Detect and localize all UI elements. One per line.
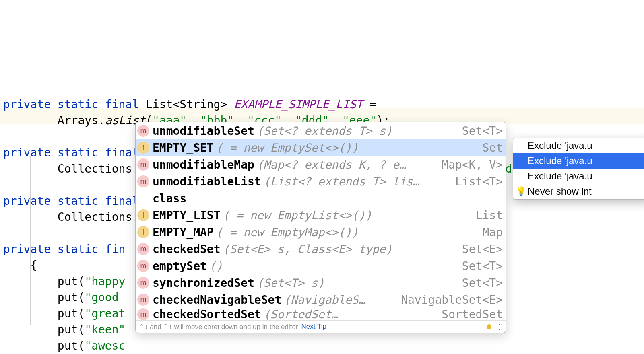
method-icon: m — [137, 125, 149, 137]
completion-item-return-type: Set<T> — [462, 124, 503, 138]
completion-item[interactable]: munmodifiableSet (Set<? extends T> s)Set… — [136, 122, 506, 139]
completion-footer-hint: ⌃↓ and ⌃↑ will move caret down and up in… — [139, 323, 298, 331]
completion-item[interactable]: msynchronizedSet (Set<T> s)Set<T> — [136, 274, 506, 291]
code-type: List<String> — [139, 98, 234, 111]
method-icon: m — [137, 175, 149, 187]
completion-item-return-type: Set<E> — [462, 243, 503, 256]
field-icon: f — [137, 226, 149, 238]
intention-menu-label: Exclude 'java.u — [528, 171, 592, 182]
completion-item[interactable]: fEMPTY_SET ( = new EmptySet<>())Set — [136, 139, 506, 156]
code-text: Arrays. — [3, 114, 105, 127]
completion-item-name: EMPTY_LIST — [153, 209, 221, 222]
intention-submenu[interactable]: Exclude 'java.uExclude 'java.uExclude 'j… — [513, 138, 644, 200]
completion-item-name: class — [153, 192, 186, 205]
completion-item-detail: ( = new EmptyList<>()) — [223, 209, 372, 222]
lightbulb-icon: 💡 — [516, 186, 526, 197]
code-keyword: private static final — [3, 194, 139, 208]
code-text: Collections. — [3, 210, 139, 224]
next-tip-link[interactable]: Next Tip — [301, 323, 326, 331]
completion-item-name: emptySet — [153, 259, 207, 273]
completion-item[interactable]: memptySet ()Set<T> — [136, 257, 506, 274]
completion-item-detail: ( = new EmptySet<>()) — [216, 141, 359, 154]
completion-item-return-type: Map — [482, 226, 503, 239]
completion-item-detail: () — [209, 259, 223, 273]
code-keyword: private static final — [3, 98, 139, 111]
code-punct: = — [363, 98, 376, 111]
more-options-icon[interactable]: ⋮ — [495, 322, 503, 331]
completion-item-return-type: SortedSet — [442, 308, 503, 320]
method-icon: m — [137, 243, 149, 255]
completion-item-return-type: List<T> — [455, 175, 503, 188]
completion-item-detail: (List<? extends T> lis… — [264, 175, 420, 188]
completion-item-name: synchronizedSet — [153, 276, 254, 290]
code-line: put( — [3, 323, 85, 336]
method-icon: m — [137, 277, 149, 289]
code-completion-popup[interactable]: munmodifiableSet (Set<? extends T> s)Set… — [135, 122, 506, 333]
method-icon: m — [137, 158, 149, 171]
completion-item-detail: (Set<E> s, Class<E> type) — [223, 243, 392, 256]
intention-menu-item[interactable]: Exclude 'java.u — [513, 138, 644, 153]
code-line: put( — [3, 339, 85, 352]
method-icon: m — [137, 260, 149, 272]
code-keyword: private static final — [3, 146, 139, 159]
method-icon: m — [137, 294, 149, 306]
code-string: "happy — [85, 275, 125, 288]
completion-item-return-type: NavigableSet<E> — [401, 293, 503, 307]
code-string: "keen" — [85, 323, 125, 336]
code-text: Collections. — [3, 162, 139, 175]
completion-item-name: unmodifiableSet — [153, 124, 254, 138]
completion-item-detail: (SortedSet… — [264, 308, 338, 320]
intention-menu-label: Exclude 'java.u — [528, 155, 592, 167]
intention-menu-item[interactable]: Exclude 'java.u — [513, 169, 644, 184]
completion-item-return-type: List — [476, 209, 503, 222]
intention-menu-label: Exclude 'java.u — [528, 140, 592, 151]
method-icon: m — [137, 308, 149, 320]
completion-item-return-type: Set<T> — [462, 259, 503, 273]
field-icon: f — [137, 209, 149, 221]
completion-item-return-type: Set<T> — [462, 276, 503, 290]
completion-item-detail: (NavigableS… — [284, 293, 365, 307]
completion-item-name: unmodifiableList — [153, 175, 261, 188]
completion-item-detail: (Set<? extends T> s) — [257, 124, 392, 138]
completion-item[interactable]: mcheckedSet (Set<E> s, Class<E> type)Set… — [136, 241, 506, 257]
completion-item[interactable]: mcheckedNavigableSet (NavigableS…Navigab… — [136, 291, 506, 308]
completion-item-name: checkedSortedSet — [153, 308, 261, 320]
completion-item[interactable]: fEMPTY_LIST ( = new EmptyList<>())List — [136, 207, 506, 224]
code-string: "good — [85, 291, 118, 304]
completion-item[interactable]: class — [136, 190, 506, 207]
completion-item-return-type: Map<K, V> — [442, 158, 503, 171]
completion-item[interactable]: fEMPTY_MAP ( = new EmptyMap<>())Map — [136, 224, 506, 241]
completion-item[interactable]: munmodifiableMap (Map<? extends K, ? e…M… — [136, 156, 506, 173]
completion-footer: ⌃↓ and ⌃↑ will move caret down and up in… — [136, 320, 506, 333]
code-punct: { — [3, 259, 37, 272]
status-dot-icon — [487, 324, 491, 329]
code-line: put( — [3, 291, 85, 304]
completion-item-detail: ( = new EmptyMap<>()) — [216, 226, 359, 239]
completion-item-name: unmodifiableMap — [153, 158, 254, 171]
code-string: "great — [85, 307, 125, 320]
intention-menu-item[interactable]: Exclude 'java.u — [513, 153, 644, 169]
completion-item[interactable]: munmodifiableList (List<? extends T> lis… — [136, 173, 506, 190]
completion-item-name: EMPTY_SET — [153, 141, 214, 154]
code-string: "awesc — [85, 339, 125, 352]
intention-menu-label: Never show int — [528, 186, 592, 197]
code-line: put( — [3, 275, 85, 288]
completion-item-name: checkedSet — [153, 243, 221, 256]
field-icon: f — [137, 142, 149, 154]
completion-item-detail: (Map<? extends K, ? e… — [257, 158, 406, 171]
completion-item-detail: (Set<T> s) — [257, 276, 325, 290]
code-keyword: private static fin — [3, 243, 125, 256]
completion-item-name: EMPTY_MAP — [153, 226, 214, 239]
completion-item-return-type: Set — [482, 141, 503, 154]
completion-item-name: checkedNavigableSet — [153, 293, 281, 307]
code-constant: EXAMPLE_SIMPLE_LIST — [234, 98, 363, 111]
intention-menu-item[interactable]: 💡Never show int — [513, 184, 644, 199]
completion-item[interactable]: mcheckedSortedSet (SortedSet…SortedSet — [136, 308, 506, 320]
code-line: put( — [3, 307, 85, 320]
